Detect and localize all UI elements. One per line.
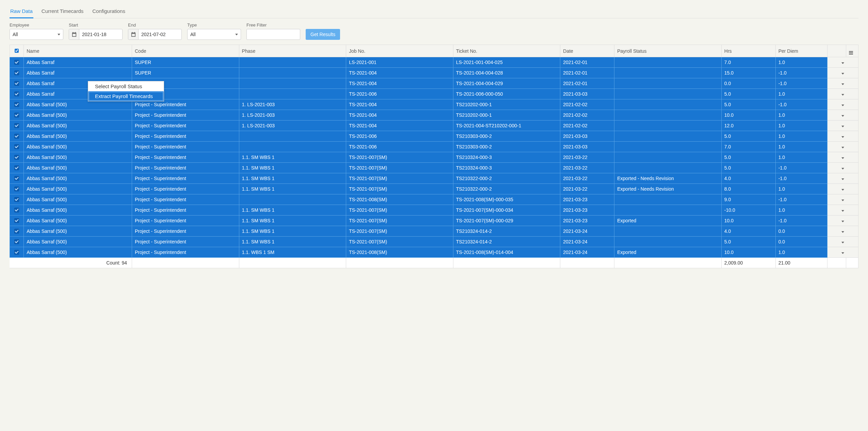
cell-ticket: TS-2021-004-004-029 [453,78,561,89]
table-row[interactable]: Abbas Sarraf (500)Project - Superintende… [10,110,858,121]
employee-label: Employee [10,22,63,28]
table-row[interactable]: Abbas Sarraf (500)Project - Superintende… [10,194,858,205]
select-all-checkbox[interactable] [10,45,24,57]
col-date[interactable]: Date [560,45,614,57]
row-action-button[interactable] [827,68,858,78]
cell-phase [239,78,347,89]
col-ticket[interactable]: Ticket No. [453,45,561,57]
check-icon [14,134,19,139]
col-hrs[interactable]: Hrs [722,45,776,57]
row-checkbox[interactable] [10,237,24,247]
cell-code: Project - Superintendent [132,152,239,163]
row-checkbox[interactable] [10,152,24,163]
row-checkbox[interactable] [10,194,24,205]
table-row[interactable]: Abbas Sarraf (500)Project - Superintende… [10,226,858,237]
tab-configurations[interactable]: Configurations [92,6,126,18]
row-action-button[interactable] [827,99,858,110]
row-checkbox[interactable] [10,184,24,194]
timecard-grid: Name Code Phase Job No. Ticket No. Date … [10,45,858,268]
tab-current-timecards[interactable]: Current Timecards [41,6,84,18]
chevron-down-icon [841,73,844,75]
row-checkbox[interactable] [10,131,24,142]
end-date-input[interactable]: 2021-07-02 [128,29,182,40]
chevron-down-icon [58,34,60,35]
table-row[interactable]: Abbas Sarraf (500)Project - Superintende… [10,237,858,247]
row-action-button[interactable] [827,152,858,163]
row-action-button[interactable] [827,184,858,194]
row-action-button[interactable] [827,89,858,99]
row-action-button[interactable] [827,110,858,121]
cell-status [614,121,722,131]
cell-ticket: TS210202-000-1 [453,99,561,110]
cell-ticket: TS-2021-007(SM)-000-034 [453,205,561,216]
row-action-button[interactable] [827,131,858,142]
row-action-button[interactable] [827,226,858,237]
column-menu-button[interactable] [846,45,858,57]
row-action-button[interactable] [827,163,858,173]
cell-status [614,99,722,110]
row-action-button[interactable] [827,57,858,68]
row-action-button[interactable] [827,142,858,152]
type-select[interactable]: All [187,29,241,40]
row-action-button[interactable] [827,247,858,258]
row-checkbox[interactable] [10,247,24,258]
cell-job: TS-2021-008(SM) [346,247,453,258]
row-checkbox[interactable] [10,57,24,68]
cell-date: 2021-02-02 [560,99,614,110]
col-code[interactable]: Code [132,45,239,57]
check-icon [14,155,19,160]
table-row[interactable]: Abbas Sarraf (500)Project - Superintende… [10,247,858,258]
table-row[interactable]: Abbas SarrafSUPERTS-2021-004TS-2021-004-… [10,68,858,78]
cell-status: Exported [614,216,722,226]
table-row[interactable]: Abbas Sarraf (500)Project - Superintende… [10,173,858,184]
col-job[interactable]: Job No. [346,45,453,57]
col-perdiem[interactable]: Per Diem [776,45,827,57]
check-icon [14,113,19,117]
row-checkbox[interactable] [10,78,24,89]
free-filter-input[interactable] [246,29,300,40]
col-status[interactable]: Payroll Status [614,45,722,57]
tab-raw-data[interactable]: Raw Data [10,6,33,18]
menu-extract-payroll-timecards[interactable]: Extract Payroll Timecards [88,91,164,101]
row-checkbox[interactable] [10,142,24,152]
table-row[interactable]: Abbas Sarraf (500)Project - Superintende… [10,205,858,216]
table-row[interactable]: Abbas Sarraf (500)Project - Superintende… [10,121,858,131]
calendar-icon [128,29,139,39]
row-checkbox[interactable] [10,121,24,131]
row-action-button[interactable] [827,205,858,216]
row-checkbox[interactable] [10,99,24,110]
table-row[interactable]: Abbas Sarraf (500)Project - Superintende… [10,152,858,163]
table-row[interactable]: Abbas Sarraf (500)Project - Superintende… [10,131,858,142]
row-action-button[interactable] [827,121,858,131]
calendar-icon [69,29,79,39]
filter-bar: Employee All Start 2021-01-18 End 2021-0… [10,22,858,40]
row-checkbox[interactable] [10,110,24,121]
table-row[interactable]: Abbas Sarraf (500)Project - Superintende… [10,184,858,194]
row-checkbox[interactable] [10,163,24,173]
row-action-button[interactable] [827,237,858,247]
row-action-button[interactable] [827,216,858,226]
cell-hrs: 5.0 [722,163,776,173]
employee-select[interactable]: All [10,29,63,40]
menu-select-payroll-status[interactable]: Select Payroll Status [88,81,164,91]
row-checkbox[interactable] [10,68,24,78]
table-row[interactable]: Abbas Sarraf (500)Project - Superintende… [10,163,858,173]
table-row[interactable]: Abbas Sarraf (500)Project - Superintende… [10,216,858,226]
table-row[interactable]: Abbas Sarraf (500)Project - Superintende… [10,142,858,152]
start-date-input[interactable]: 2021-01-18 [69,29,123,40]
cell-job: TS-2021-007(SM) [346,184,453,194]
row-action-button[interactable] [827,173,858,184]
get-results-button[interactable]: Get Results [306,29,340,40]
row-action-button[interactable] [827,194,858,205]
row-checkbox[interactable] [10,205,24,216]
col-name[interactable]: Name [24,45,132,57]
cell-hrs: 12.0 [722,121,776,131]
row-checkbox[interactable] [10,226,24,237]
table-row[interactable]: Abbas SarrafSUPERLS-2021-001LS-2021-001-… [10,57,858,68]
cell-code: Project - Superintendent [132,173,239,184]
row-action-button[interactable] [827,78,858,89]
row-checkbox[interactable] [10,173,24,184]
col-phase[interactable]: Phase [239,45,347,57]
row-checkbox[interactable] [10,216,24,226]
row-checkbox[interactable] [10,89,24,99]
